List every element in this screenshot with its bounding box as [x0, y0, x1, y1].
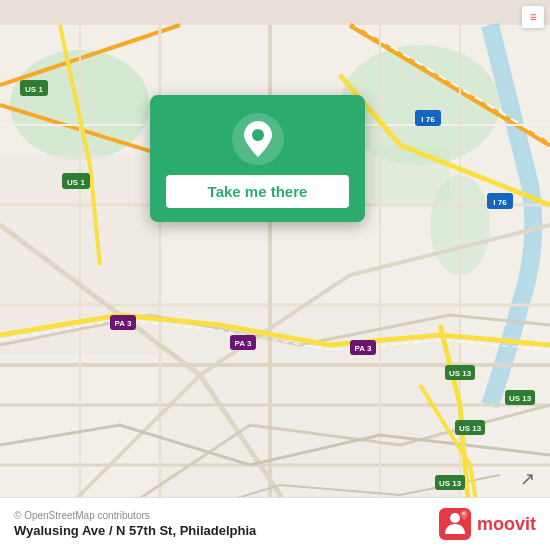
svg-text:US 13: US 13	[509, 394, 532, 403]
svg-text:I 76: I 76	[421, 115, 435, 124]
bottom-bar: © OpenStreetMap contributors Wyalusing A…	[0, 497, 550, 550]
svg-rect-4	[370, 145, 450, 205]
take-me-there-button[interactable]: Take me there	[166, 175, 349, 208]
svg-point-42	[252, 129, 264, 141]
popup-card: Take me there	[150, 95, 365, 222]
moovit-brand-text: moovit	[477, 514, 536, 535]
svg-text:US 1: US 1	[25, 85, 43, 94]
svg-text:US 13: US 13	[439, 479, 462, 488]
svg-text:I 76: I 76	[493, 198, 507, 207]
moovit-logo: moovit	[439, 508, 536, 540]
map-background: US 1 US 1 I 76 I 76 PA 3 PA 3 PA 3 US 13…	[0, 0, 550, 550]
svg-text:PA 3: PA 3	[115, 319, 132, 328]
location-title: Wyalusing Ave / N 57th St, Philadelphia	[14, 523, 256, 538]
svg-text:US 13: US 13	[449, 369, 472, 378]
svg-text:US 13: US 13	[459, 424, 482, 433]
svg-point-45	[462, 512, 464, 514]
svg-point-44	[450, 513, 460, 523]
svg-text:US 1: US 1	[67, 178, 85, 187]
bottom-bar-left: © OpenStreetMap contributors Wyalusing A…	[14, 510, 256, 538]
svg-text:PA 3: PA 3	[235, 339, 252, 348]
svg-text:PA 3: PA 3	[355, 344, 372, 353]
moovit-icon	[439, 508, 471, 540]
copyright-text: © OpenStreetMap contributors	[14, 510, 256, 521]
location-pin-icon	[232, 113, 284, 165]
osm-logo: ≡	[522, 6, 544, 28]
svg-text:↗: ↗	[520, 469, 535, 489]
osm-icon: ≡	[529, 10, 536, 24]
map-container: US 1 US 1 I 76 I 76 PA 3 PA 3 PA 3 US 13…	[0, 0, 550, 550]
